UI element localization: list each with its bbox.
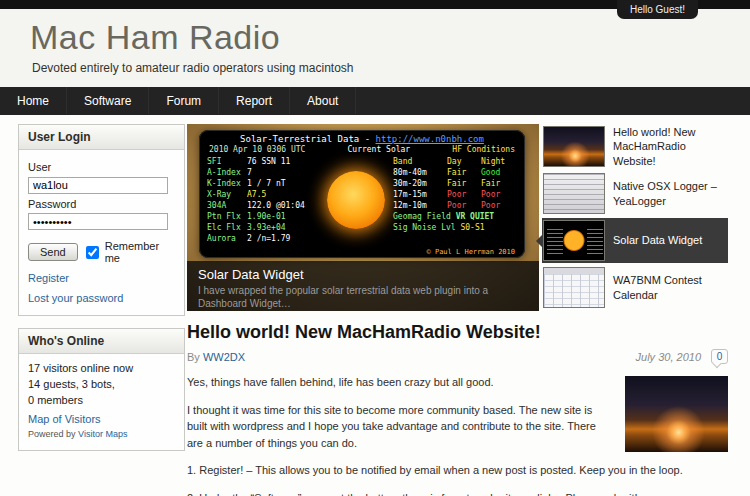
nav-item-home[interactable]: Home xyxy=(0,87,67,114)
solar-data-value: A7.5 xyxy=(247,190,266,199)
featured-item[interactable]: Native OSX Logger – YeaLogger xyxy=(542,171,728,216)
solar-data-label: SFI xyxy=(207,156,247,167)
byline-prefix: By xyxy=(187,351,200,363)
sidebar: User Login User Password Send Remember m… xyxy=(18,124,185,463)
sun-disc xyxy=(327,171,385,229)
hf-night-value: Poor xyxy=(481,200,517,211)
hf-condition-row: 30m-20mFairFair xyxy=(393,178,517,189)
solar-data-value: 3.93e+04 xyxy=(247,223,286,232)
comment-count-badge[interactable]: 0 xyxy=(711,349,728,364)
hf-night-value: Good xyxy=(481,167,517,178)
featured-item-title: Native OSX Logger – YeaLogger xyxy=(605,179,727,208)
hf-day-value: Fair xyxy=(447,167,481,178)
site-title[interactable]: Mac Ham Radio xyxy=(30,18,280,57)
password-input[interactable] xyxy=(28,213,168,230)
geomag-value: VR QUIET xyxy=(456,212,495,221)
solar-data-row: K-Index1 / 7 nT xyxy=(207,178,319,189)
solar-data-value: 2 /n=1.79 xyxy=(247,234,290,243)
slider-caption: Solar Data Widget I have wrapped the pop… xyxy=(187,261,539,311)
nav-item-report[interactable]: Report xyxy=(219,87,290,114)
slider-caption-text: I have wrapped the popular solar terrest… xyxy=(198,284,528,310)
solar-timestamp: 2010 Apr 10 0306 UTC xyxy=(209,145,305,154)
members-count: 0 members xyxy=(28,393,175,409)
solar-data-label: X-Ray xyxy=(207,189,247,200)
powered-by: Powered by Visitor Maps xyxy=(28,429,175,439)
hf-day-value: Fair xyxy=(447,178,481,189)
featured-item[interactable]: WA7BNM Contest Calendar xyxy=(542,265,728,310)
featured-item[interactable]: Solar Data Widget xyxy=(542,218,728,263)
solar-data-label: Aurora xyxy=(207,233,247,244)
sun-image xyxy=(319,156,393,244)
map-of-visitors-link[interactable]: Map of Visitors xyxy=(28,413,175,425)
post: Hello world! New MacHamRadio Website! By… xyxy=(187,322,728,496)
sig-noise-value: S0-S1 xyxy=(460,223,484,232)
solar-data-value: 76 SSN 11 xyxy=(247,157,290,166)
user-login-box: User Login User Password Send Remember m… xyxy=(18,124,185,316)
geomag-field-line: Geomag Field VR QUIET xyxy=(393,211,517,222)
solar-widget: Solar-Terrestrial Data - http://www.n0nb… xyxy=(199,130,525,258)
nav-item-about[interactable]: About xyxy=(290,87,356,114)
solar-data-row: A-Index7 xyxy=(207,167,319,178)
username-input[interactable] xyxy=(28,177,168,194)
featured-item-title: Solar Data Widget xyxy=(605,233,704,247)
featured-item[interactable]: Hello world! New MacHamRadio Website! xyxy=(542,124,728,169)
powered-by-label: Powered by xyxy=(28,429,76,439)
visitors-count: 17 visitors online now xyxy=(28,361,175,377)
sig-noise-label: Sig Noise Lvl xyxy=(393,223,456,232)
hf-band-header: Band xyxy=(393,156,447,167)
solar-data-row: SFI76 SSN 11 xyxy=(207,156,319,167)
solar-data-row: Aurora2 /n=1.79 xyxy=(207,233,319,244)
solar-data-value: 7 xyxy=(247,168,252,177)
hf-conditions-column: Band Day Night 80m-40mFairGood30m-20mFai… xyxy=(393,156,517,244)
nav-item-software[interactable]: Software xyxy=(67,87,149,114)
featured-slider[interactable]: Solar-Terrestrial Data - http://www.n0nb… xyxy=(187,124,539,311)
main-nav: HomeSoftwareForumReportAbout xyxy=(0,87,750,115)
hf-day-value: Poor xyxy=(447,189,481,200)
current-solar-label: Current Solar xyxy=(348,145,411,154)
solar-data-row: X-RayA7.5 xyxy=(207,189,319,200)
guest-badge[interactable]: Hello Guest! xyxy=(617,0,698,19)
solar-data-value: 122.0 @01:04 xyxy=(247,201,305,210)
author-link[interactable]: WW2DX xyxy=(203,351,245,363)
remember-me-checkbox[interactable] xyxy=(86,246,99,259)
post-paragraph: 2. Under the “Software” page, at the bot… xyxy=(187,490,728,496)
register-link[interactable]: Register xyxy=(28,272,175,284)
visitor-maps-link[interactable]: Visitor Maps xyxy=(78,429,127,439)
solar-data-row: 304A122.0 @01:04 xyxy=(207,200,319,211)
lost-password-link[interactable]: Lost your password xyxy=(28,292,175,304)
solar-widget-link[interactable]: http://www.n0nbh.com xyxy=(376,134,484,144)
send-button[interactable]: Send xyxy=(28,243,78,261)
post-body: Yes, things have fallen behind, life has… xyxy=(187,374,728,496)
hf-table-rows: 80m-40mFairGood30m-20mFairFair17m-15mPoo… xyxy=(393,167,517,211)
hf-night-value: Poor xyxy=(481,189,517,200)
hf-band: 17m-15m xyxy=(393,189,447,200)
post-sunset-image xyxy=(625,376,728,452)
solar-data-row: Elc Flx3.93e+04 xyxy=(207,222,319,233)
solar-data-row: Ptn Flx1.90e-01 xyxy=(207,211,319,222)
hf-band: 12m-10m xyxy=(393,200,447,211)
user-label: User xyxy=(28,161,175,173)
post-date: July 30, 2010 xyxy=(636,351,701,363)
solar-data-value: 1 / 7 nT xyxy=(247,179,286,188)
post-paragraph: 1. Register! – This allows you to be not… xyxy=(187,462,728,479)
logger-thumbnail xyxy=(543,173,605,214)
featured-item-title: Hello world! New MacHamRadio Website! xyxy=(605,125,727,168)
site-tagline: Devoted entirely to amateur radio operat… xyxy=(32,61,354,75)
solar-data-label: Ptn Flx xyxy=(207,211,247,222)
solar-widget-title-text: Solar-Terrestrial Data - xyxy=(240,134,375,144)
slider-caption-title[interactable]: Solar Data Widget xyxy=(198,267,528,282)
geomag-label: Geomag Field xyxy=(393,212,451,221)
solar-data-value: 1.90e-01 xyxy=(247,212,286,221)
guests-bots-count: 14 guests, 3 bots, xyxy=(28,377,175,393)
solar-data-label: K-Index xyxy=(207,178,247,189)
solar-widget-credit: © Paul L Herrman 2010 xyxy=(426,248,515,256)
user-login-header: User Login xyxy=(19,125,184,150)
featured-list: Hello world! New MacHamRadio Website!Nat… xyxy=(542,124,728,312)
solar-thumbnail xyxy=(543,220,605,261)
solar-data-label: Elc Flx xyxy=(207,222,247,233)
sunset-thumbnail xyxy=(543,126,605,167)
hf-day-header: Day xyxy=(447,156,481,167)
nav-item-forum[interactable]: Forum xyxy=(149,87,219,114)
hf-band: 80m-40m xyxy=(393,167,447,178)
machamradio-page: Hello Guest! Mac Ham Radio Devoted entir… xyxy=(0,0,750,496)
